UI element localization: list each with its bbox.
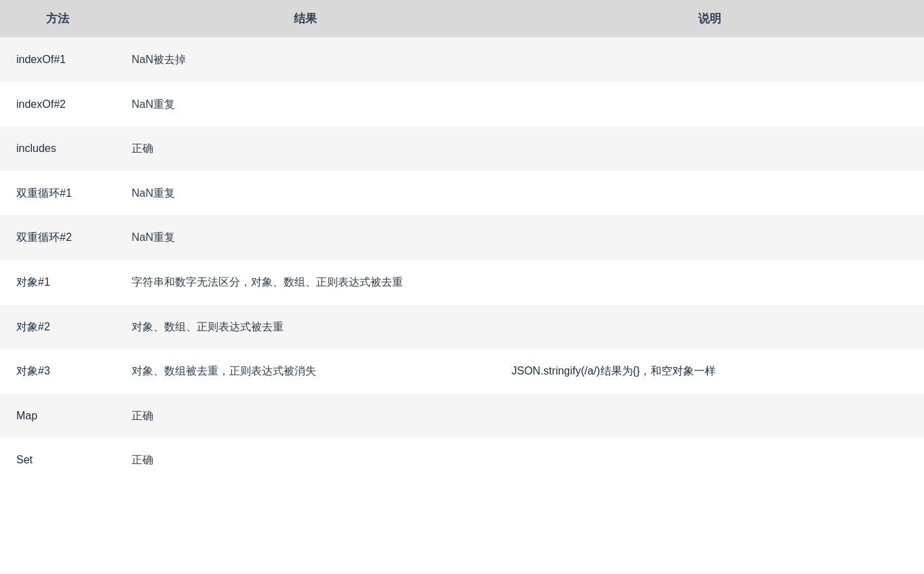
table-row: includes正确 — [0, 126, 924, 171]
table-row: 对象#1字符串和数字无法区分，对象、数组、正则表达式被去重 — [0, 260, 924, 305]
cell-result: 正确 — [115, 394, 495, 438]
table-row: 双重循环#1NaN重复 — [0, 171, 924, 216]
table-row: 双重循环#2NaN重复 — [0, 215, 924, 260]
header-note: 说明 — [495, 0, 924, 37]
cell-result: 对象、数组被去重，正则表达式被消失 — [115, 349, 495, 394]
cell-method: Set — [0, 438, 115, 482]
table-row: 对象#2对象、数组、正则表达式被去重 — [0, 305, 924, 349]
cell-method: 对象#1 — [0, 260, 115, 305]
cell-note — [495, 171, 924, 216]
table-row: Map正确 — [0, 394, 924, 438]
table-header-row: 方法 结果 说明 — [0, 0, 924, 37]
cell-method: 双重循环#2 — [0, 215, 115, 260]
cell-note — [495, 126, 924, 171]
table-row: indexOf#2NaN重复 — [0, 82, 924, 127]
cell-method: 双重循环#1 — [0, 171, 115, 216]
cell-result: NaN被去掉 — [115, 37, 495, 82]
cell-note — [495, 260, 924, 305]
cell-result: NaN重复 — [115, 82, 495, 127]
cell-method: indexOf#2 — [0, 82, 115, 127]
cell-method: 对象#3 — [0, 349, 115, 394]
table-container: 方法 结果 说明 indexOf#1NaN被去掉indexOf#2NaN重复in… — [0, 0, 924, 574]
cell-result: NaN重复 — [115, 171, 495, 216]
cell-note — [495, 82, 924, 127]
cell-method: Map — [0, 394, 115, 438]
cell-result: 正确 — [115, 438, 495, 482]
cell-method: includes — [0, 126, 115, 171]
table-row: Set正确 — [0, 438, 924, 482]
cell-note — [495, 305, 924, 349]
cell-method: indexOf#1 — [0, 37, 115, 82]
table-row: 对象#3对象、数组被去重，正则表达式被消失JSON.stringify(/a/)… — [0, 349, 924, 394]
data-table: 方法 结果 说明 indexOf#1NaN被去掉indexOf#2NaN重复in… — [0, 0, 924, 482]
cell-result: 正确 — [115, 126, 495, 171]
cell-result: 对象、数组、正则表达式被去重 — [115, 305, 495, 349]
cell-note — [495, 37, 924, 82]
cell-result: 字符串和数字无法区分，对象、数组、正则表达式被去重 — [115, 260, 495, 305]
cell-note — [495, 438, 924, 482]
cell-method: 对象#2 — [0, 305, 115, 349]
header-method: 方法 — [0, 0, 115, 37]
table-row: indexOf#1NaN被去掉 — [0, 37, 924, 82]
header-result: 结果 — [115, 0, 495, 37]
cell-result: NaN重复 — [115, 215, 495, 260]
cell-note: JSON.stringify(/a/)结果为{}，和空对象一样 — [495, 349, 924, 394]
cell-note — [495, 215, 924, 260]
cell-note — [495, 394, 924, 438]
